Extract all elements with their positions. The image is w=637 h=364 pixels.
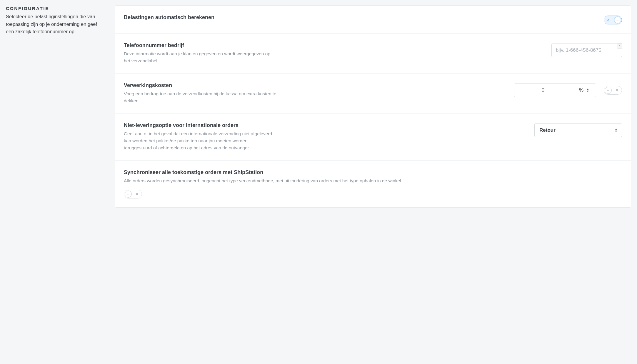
auto-tax-toggle[interactable]: ✓ ┅ xyxy=(604,16,622,24)
handling-toggle[interactable]: ┅ ✕ xyxy=(604,86,622,95)
row-auto-tax: Belastingen automatisch berekenen ✓ ┅ xyxy=(115,6,631,34)
config-sidebar: CONFIGURATIE Selecteer de belastinginste… xyxy=(6,5,115,208)
sidebar-description: Selecteer de belastinginstellingen die v… xyxy=(6,13,106,36)
nondelivery-selected: Retour xyxy=(539,127,556,133)
auto-tax-title: Belastingen automatisch berekenen xyxy=(124,14,595,21)
settings-panel: Belastingen automatisch berekenen ✓ ┅ Te… xyxy=(115,5,631,208)
row-nondelivery: Niet-leveringsoptie voor internationale … xyxy=(115,113,631,161)
required-badge: * xyxy=(617,43,622,49)
nondelivery-desc: Geef aan of in het geval dat een interna… xyxy=(124,130,277,151)
sync-toggle[interactable]: ┅ ✕ xyxy=(124,190,142,198)
row-handling: Verwerkingskosten Voeg een bedrag toe aa… xyxy=(115,74,631,113)
handling-amount-input[interactable] xyxy=(514,84,572,97)
handling-unit-value: % xyxy=(579,87,583,93)
check-icon: ✓ xyxy=(607,18,610,22)
toggle-knob: ┅ xyxy=(614,16,621,24)
handling-input-group: % ▴▾ xyxy=(514,84,596,97)
row-sync: Synchroniseer alle toekomstige orders me… xyxy=(115,161,631,207)
sync-desc: Alle orders worden gesynchroniseerd, ong… xyxy=(124,177,402,184)
phone-input[interactable] xyxy=(551,44,622,57)
toggle-knob: ┅ xyxy=(125,191,132,198)
nondelivery-title: Niet-leveringsoptie voor internationale … xyxy=(124,122,526,128)
chevron-updown-icon: ▴▾ xyxy=(587,88,589,92)
sidebar-title: CONFIGURATIE xyxy=(6,6,106,11)
phone-title: Telefoonnummer bedrijf xyxy=(124,42,543,49)
toggle-knob: ┅ xyxy=(605,87,612,94)
handling-unit-select[interactable]: % ▴▾ xyxy=(572,84,596,97)
phone-desc: Deze informatie wordt aan je klanten geg… xyxy=(124,50,277,64)
nondelivery-select[interactable]: Retour ▴▾ xyxy=(534,123,622,137)
handling-title: Verwerkingskosten xyxy=(124,82,505,89)
row-phone: Telefoonnummer bedrijf Deze informatie w… xyxy=(115,34,631,74)
x-icon: ✕ xyxy=(136,192,139,196)
x-icon: ✕ xyxy=(616,89,618,92)
handling-desc: Voeg een bedrag toe aan de verzendkosten… xyxy=(124,90,277,104)
chevron-updown-icon: ▴▾ xyxy=(615,128,617,132)
sync-title: Synchroniseer alle toekomstige orders me… xyxy=(124,169,402,176)
